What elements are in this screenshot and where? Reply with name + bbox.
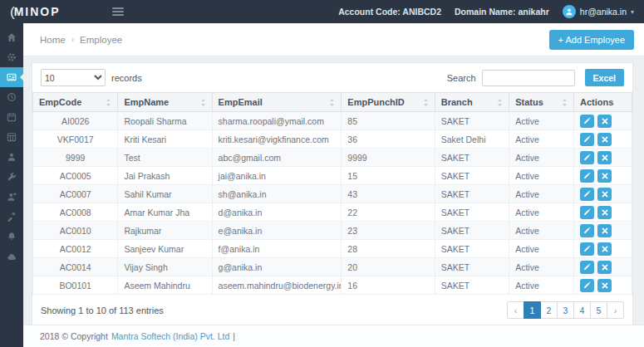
delete-button[interactable] [597,115,612,128]
cell-emp-code: BO0101 [33,276,118,295]
table-row: AC0010Rajkumare@anika.in23SAKETActive [33,222,632,240]
edit-button[interactable] [580,115,594,128]
cell-status: Active [509,185,574,203]
pagination-page-4[interactable]: 4 [573,301,591,319]
table-row: AC0005Jai Prakashjai@anika.in15SAKETActi… [33,167,632,185]
sidebar-item-history[interactable] [0,87,23,107]
cell-actions [574,167,632,185]
sort-icon [106,98,111,107]
breadcrumb-current: Employee [80,35,122,45]
cell-branch: SAKET [435,185,509,203]
hamburger-menu-icon[interactable] [109,4,127,19]
delete-button[interactable] [597,206,612,219]
cell-branch: SAKET [435,240,509,258]
column-header-empcode[interactable]: EmpCode [33,93,118,112]
pagination-prev[interactable]: ‹ [507,301,524,319]
page-size-select[interactable]: 10 [41,69,106,86]
edit-button[interactable] [580,188,594,201]
cell-emp-name: Sahil Kumar [118,185,212,203]
cell-actions [574,149,632,167]
table-row: 9999Testabc@gmail.com9999SAKETActive [33,149,632,167]
edit-button[interactable] [580,224,594,237]
sidebar-item-home[interactable] [0,27,23,47]
cell-status: Active [509,276,574,295]
cell-status: Active [509,167,574,185]
edit-button[interactable] [580,151,594,164]
column-header-branch[interactable]: Branch [435,93,509,112]
delete-button[interactable] [597,133,612,146]
cell-branch: SAKET [435,258,509,276]
pencil-icon [583,151,591,164]
pagination-page-5[interactable]: 5 [590,301,607,319]
delete-button[interactable] [597,169,612,183]
bell-icon [7,232,17,242]
edit-button[interactable] [580,279,594,292]
cell-branch: SAKET [435,167,509,185]
edit-button[interactable] [580,169,594,183]
table-footer: Showing 1 to 10 of 113 entries ‹12345› [32,295,632,326]
cell-status: Active [509,112,574,130]
pencil-icon [583,188,591,200]
company-link[interactable]: Mantra Softech (India) Pvt. Ltd [111,331,229,341]
pencil-icon [583,224,591,237]
wrench-icon [7,172,17,182]
edit-button[interactable] [580,242,594,256]
delete-button[interactable] [597,261,612,274]
column-header-empemail[interactable]: EmpEmail [212,93,342,112]
sidebar-item-user-cog[interactable] [0,187,23,207]
cell-emp-email: abc@gmail.com [212,149,342,167]
cell-branch: SAKET [435,276,509,295]
cell-actions [574,258,632,276]
sidebar-item-cloud[interactable] [0,247,23,266]
sidebar-item-wrench[interactable] [0,167,23,187]
records-label: records [111,73,142,83]
pagination: ‹12345› [508,301,624,319]
sidebar-item-gear[interactable] [0,47,23,67]
delete-button[interactable] [597,279,612,292]
sidebar-item-id-card[interactable] [0,67,23,87]
cell-emp-name: Roopali Sharma [118,112,212,130]
cell-emp-punch-id: 22 [342,203,435,222]
cell-emp-punch-id: 15 [342,167,435,185]
user-menu[interactable]: hr@anika.in ▾ [563,5,634,18]
cell-emp-email: sharma.roopali@ymail.com [212,112,342,130]
delete-button[interactable] [597,224,612,237]
cell-emp-code: AC0014 [33,258,118,276]
column-header-empname[interactable]: EmpName [118,93,212,112]
search-input[interactable] [482,70,575,86]
topbar-right: Account Code: ANIBCD2 Domain Name: anika… [338,5,634,18]
delete-button[interactable] [597,188,612,201]
excel-button[interactable]: Excel [585,69,624,86]
sidebar-item-tools[interactable] [0,207,23,227]
cell-emp-code: AC0007 [33,185,118,203]
footer: 2018 © Copyright Mantra Softech (India) … [23,325,644,347]
cell-emp-email: jai@anika.in [212,167,342,185]
logo-text: MINOP [14,5,61,18]
cell-emp-name: Sanjeev Kumar [118,240,212,258]
edit-button[interactable] [580,261,594,274]
pencil-icon [583,242,591,255]
edit-button[interactable] [580,206,594,219]
pagination-page-3[interactable]: 3 [557,301,574,319]
pagination-next[interactable]: › [607,301,624,319]
cell-emp-code: 9999 [33,149,118,167]
breadcrumb-home[interactable]: Home [40,35,66,45]
delete-button[interactable] [597,242,612,256]
column-header-status[interactable]: Status [509,93,574,112]
sidebar-item-bell[interactable] [0,227,23,247]
edit-button[interactable] [580,133,594,146]
cell-status: Active [509,222,574,240]
sidebar-item-schedule[interactable] [0,127,23,147]
column-header-emppunchid[interactable]: EmpPunchID [342,93,435,112]
pagination-page-2[interactable]: 2 [540,301,558,319]
cell-emp-punch-id: 36 [342,130,435,149]
delete-button[interactable] [597,151,612,164]
cell-emp-punch-id: 28 [342,240,435,258]
id-card-icon [7,72,17,82]
pagination-page-1[interactable]: 1 [524,301,541,319]
sidebar-item-user[interactable] [0,147,23,167]
add-employee-button[interactable]: + Add Employee [549,30,634,50]
sidebar-item-calendar[interactable] [0,107,23,127]
cell-emp-punch-id: 85 [342,112,435,130]
cell-branch: SAKET [435,222,509,240]
